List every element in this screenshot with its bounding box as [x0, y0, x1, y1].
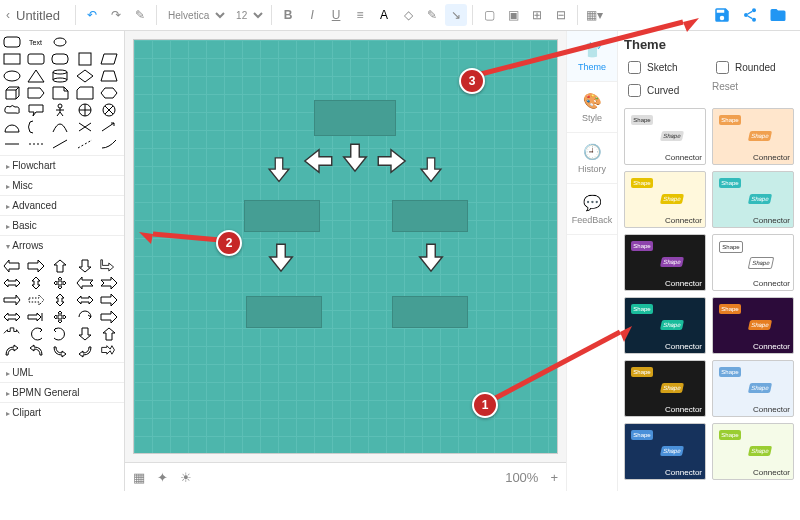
shape-trapezoid[interactable] — [100, 69, 118, 83]
shape-callout[interactable] — [27, 103, 45, 117]
canvas-arrow-down[interactable] — [338, 140, 372, 174]
shape-arc[interactable] — [51, 120, 69, 134]
category-bpmn[interactable]: BPMN General — [0, 382, 124, 402]
arrow-c1[interactable] — [3, 310, 21, 324]
underline-button[interactable]: U — [325, 4, 347, 26]
zoom-in-icon[interactable]: + — [550, 470, 558, 485]
shape-or[interactable] — [76, 103, 94, 117]
format-painter-button[interactable]: ✎ — [129, 4, 151, 26]
document-title[interactable]: Untitled — [16, 8, 60, 23]
brightness-icon[interactable]: ☀ — [180, 470, 192, 485]
canvas-arrow-left[interactable] — [302, 144, 336, 178]
shape-ellipse[interactable] — [3, 69, 21, 83]
pencil-button[interactable]: ✎ — [421, 4, 443, 26]
pages-icon[interactable]: ▦ — [133, 470, 145, 485]
shape-parallelogram[interactable] — [100, 52, 118, 66]
font-color-button[interactable]: A — [373, 4, 395, 26]
theme-swatch[interactable]: ShapeShapeConnector — [712, 171, 794, 228]
theme-swatch[interactable]: ShapeShapeConnector — [624, 234, 706, 291]
shape-line2[interactable] — [51, 137, 69, 151]
curved-checkbox[interactable] — [628, 84, 641, 97]
arrow-right[interactable] — [27, 259, 45, 273]
arrow-lr[interactable] — [3, 276, 21, 290]
canvas-arrow-down[interactable] — [416, 152, 446, 186]
shape-hex[interactable] — [100, 86, 118, 100]
arrow-b2[interactable] — [27, 293, 45, 307]
align-button[interactable]: ≡ — [349, 4, 371, 26]
category-misc[interactable]: Misc — [0, 175, 124, 195]
theme-swatch[interactable]: ShapeShapeConnector — [624, 108, 706, 165]
arrow-b1[interactable] — [3, 293, 21, 307]
diagram-node[interactable] — [246, 296, 322, 328]
font-family-select[interactable]: Helvetica — [162, 7, 228, 24]
arrow-d4[interactable] — [76, 327, 94, 341]
shape-conn1[interactable] — [76, 137, 94, 151]
shape-blank1[interactable] — [76, 35, 94, 49]
tab-history[interactable]: 🕘History — [567, 133, 617, 184]
diagram-node[interactable] — [244, 200, 320, 232]
shape-roundrect2[interactable] — [51, 52, 69, 66]
canvas-arrow-down[interactable] — [264, 240, 298, 274]
theme-swatch[interactable]: ShapeShapeConnector — [712, 108, 794, 165]
category-flowchart[interactable]: Flowchart — [0, 155, 124, 175]
shape-note[interactable] — [51, 86, 69, 100]
arrow-left[interactable] — [3, 259, 21, 273]
theme-swatch[interactable]: ShapeShapeConnector — [624, 171, 706, 228]
category-clipart[interactable]: Clipart — [0, 402, 124, 422]
category-uml[interactable]: UML — [0, 362, 124, 382]
shape-diamond[interactable] — [76, 69, 94, 83]
rounded-checkbox[interactable] — [716, 61, 729, 74]
shape-ellipse-sm[interactable] — [51, 35, 69, 49]
arrow-quad[interactable] — [51, 276, 69, 290]
theme-swatch[interactable]: ShapeShapeConnector — [624, 423, 706, 480]
diagram-node[interactable] — [392, 200, 468, 232]
arrow-c3[interactable] — [51, 310, 69, 324]
layers-icon[interactable]: ✦ — [157, 470, 168, 485]
arrow-c2[interactable] — [27, 310, 45, 324]
shape-actor[interactable] — [51, 103, 69, 117]
arrow-e2[interactable] — [27, 344, 45, 358]
shape-roundrect[interactable] — [3, 35, 21, 49]
diagram-node[interactable] — [314, 100, 396, 136]
arrow-up[interactable] — [51, 259, 69, 273]
arrow-ud[interactable] — [27, 276, 45, 290]
shape-cube[interactable] — [3, 86, 21, 100]
arrow-e5[interactable] — [100, 344, 118, 358]
arrow-notch-r[interactable] — [100, 276, 118, 290]
shape-bracket[interactable] — [27, 120, 45, 134]
zoom-level[interactable]: 100% — [505, 470, 538, 485]
shape-line-dash[interactable] — [27, 137, 45, 151]
italic-button[interactable]: I — [301, 4, 323, 26]
theme-swatch[interactable]: ShapeShapeConnector — [712, 423, 794, 480]
fill-color-button[interactable]: ◇ — [397, 4, 419, 26]
shape-card[interactable] — [76, 86, 94, 100]
reset-button[interactable]: Reset — [712, 81, 794, 100]
folder-icon[interactable] — [768, 5, 788, 25]
option-rounded[interactable]: Rounded — [712, 58, 794, 77]
arrow-e1[interactable] — [3, 344, 21, 358]
shape-cloud[interactable] — [3, 103, 21, 117]
category-advanced[interactable]: Advanced — [0, 195, 124, 215]
arrow-b4[interactable] — [76, 293, 94, 307]
arrow-d2[interactable] — [27, 327, 45, 341]
canvas-arrow-right[interactable] — [374, 144, 408, 178]
category-basic[interactable]: Basic — [0, 215, 124, 235]
arrow-d1[interactable] — [3, 327, 21, 341]
arrow-b5[interactable] — [100, 293, 118, 307]
connector-style-button[interactable]: ↘ — [445, 4, 467, 26]
arrow-c4[interactable] — [76, 310, 94, 324]
chevron-left-icon[interactable]: ‹ — [6, 8, 10, 22]
arrow-e4[interactable] — [76, 344, 94, 358]
bold-button[interactable]: B — [277, 4, 299, 26]
shape-triangle[interactable] — [27, 69, 45, 83]
canvas-arrow-down[interactable] — [414, 240, 448, 274]
theme-swatch[interactable]: ShapeShapeConnector — [712, 297, 794, 354]
shape-square[interactable] — [76, 52, 94, 66]
category-arrows[interactable]: Arrows — [0, 235, 124, 255]
undo-button[interactable]: ↶ — [81, 4, 103, 26]
arrow-turn[interactable] — [100, 259, 118, 273]
shape-blank2[interactable] — [100, 35, 118, 49]
diagram-node[interactable] — [392, 296, 468, 328]
canvas-arrow-down[interactable] — [264, 152, 294, 186]
tab-style[interactable]: 🎨Style — [567, 82, 617, 133]
